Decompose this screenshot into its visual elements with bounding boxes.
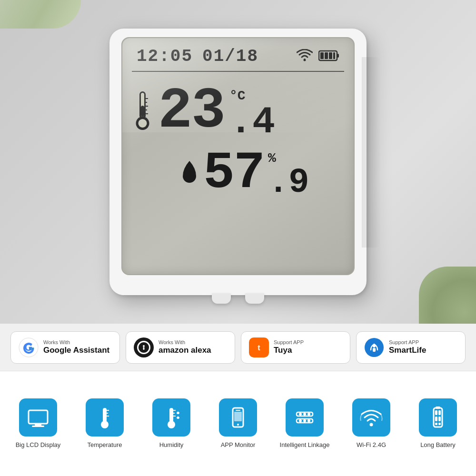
alexa-icon	[134, 337, 154, 357]
svg-rect-5	[329, 52, 332, 59]
svg-rect-45	[234, 412, 242, 421]
svg-point-53	[307, 419, 310, 422]
svg-point-54	[370, 423, 373, 426]
svg-rect-29	[32, 426, 44, 427]
svg-text:G: G	[24, 341, 32, 353]
alexa-ring-inner	[137, 341, 150, 354]
svg-rect-32	[103, 416, 106, 423]
feature-linkage: Intelligent Linkage	[271, 398, 338, 449]
temperature-area: 23 °C .4	[122, 72, 354, 141]
svg-rect-28	[35, 424, 41, 426]
wifi-icon-box	[352, 398, 390, 436]
alexa-works-with-label: Works With	[159, 339, 211, 346]
svg-rect-3	[320, 52, 324, 59]
temperature-value: 23	[158, 83, 225, 140]
feature-humidity: Humidity	[138, 398, 205, 449]
svg-rect-61	[438, 416, 441, 421]
feature-wifi: Wi-Fi 2.4G	[338, 398, 405, 449]
svg-point-20	[143, 345, 145, 347]
feature-linkage-label: Intelligent Linkage	[280, 441, 330, 449]
status-icons	[297, 49, 339, 64]
features-section: Big LCD Display Temperature	[0, 371, 476, 476]
svg-rect-4	[325, 52, 328, 59]
battery-icon-box	[419, 398, 457, 436]
droplet-icon	[179, 159, 199, 188]
temperature-decimal: .4	[229, 103, 275, 141]
svg-rect-57	[435, 410, 437, 415]
feature-temperature-label: Temperature	[88, 441, 122, 449]
svg-rect-21	[143, 347, 145, 350]
status-left: 12:05 01/18	[137, 47, 258, 66]
feature-temperature: Temperature	[71, 398, 138, 449]
svg-text:t: t	[258, 344, 260, 352]
temperature-unit: °C .4	[229, 81, 275, 141]
google-assistant-label: Google Assistant	[43, 346, 109, 355]
tuya-label: Tuya	[274, 346, 304, 355]
badge-tuya: t Support APP Tuya	[241, 331, 350, 364]
alexa-badge-text: Works With amazon alexa	[159, 339, 211, 356]
tuya-icon: t	[249, 337, 269, 357]
svg-point-26	[373, 345, 376, 347]
svg-rect-9	[141, 106, 144, 117]
svg-rect-38	[170, 416, 173, 423]
divider-line	[132, 71, 344, 72]
temperature-icon-box	[86, 398, 124, 436]
thermometer-icon	[132, 89, 153, 134]
svg-point-48	[299, 413, 302, 416]
lcd-icon-box	[19, 398, 57, 436]
google-badge-text: Works With Google Assistant	[43, 339, 109, 356]
svg-rect-58	[435, 416, 437, 421]
plant-decoration-bottom	[419, 267, 476, 324]
svg-rect-27	[29, 410, 48, 424]
battery-icon	[318, 50, 339, 64]
svg-rect-6	[333, 52, 335, 59]
svg-rect-25	[373, 348, 376, 352]
feature-lcd: Big LCD Display	[5, 398, 71, 449]
feature-humidity-label: Humidity	[159, 441, 184, 449]
svg-rect-62	[438, 423, 441, 425]
date-display: 01/18	[202, 47, 258, 66]
svg-point-44	[237, 424, 239, 426]
svg-rect-2	[337, 54, 339, 58]
feature-wifi-label: Wi-Fi 2.4G	[357, 441, 386, 449]
svg-rect-55	[434, 408, 442, 427]
svg-point-0	[304, 59, 306, 61]
svg-point-51	[299, 419, 302, 422]
feature-battery: Long Battery	[405, 398, 471, 449]
device-tabs	[212, 293, 264, 304]
app-icon-box	[219, 398, 257, 436]
svg-rect-56	[436, 407, 440, 409]
feature-app-label: APP Monitor	[221, 441, 256, 449]
svg-point-49	[303, 413, 306, 416]
alexa-label: amazon alexa	[159, 346, 211, 355]
svg-point-11	[139, 119, 147, 128]
smartlife-icon	[364, 337, 384, 357]
linkage-icon-box	[286, 398, 324, 436]
smartlife-label: SmartLife	[389, 346, 426, 355]
badge-google-assistant: G Works With Google Assistant	[10, 331, 120, 364]
humidity-unit: % .9	[268, 146, 309, 200]
humidity-decimal: .9	[268, 166, 309, 200]
tuya-support-label: Support APP	[274, 339, 304, 346]
tuya-badge-text: Support APP Tuya	[274, 339, 304, 356]
device-tab-right	[245, 293, 264, 304]
smartlife-support-label: Support APP	[389, 339, 426, 346]
svg-point-50	[307, 413, 310, 416]
google-g-icon: G	[19, 337, 39, 357]
humidity-area: 57 % .9	[122, 141, 354, 200]
svg-point-52	[303, 419, 306, 422]
humidity-value: 57	[203, 147, 264, 199]
time-display: 12:05	[137, 47, 193, 66]
smartlife-badge-text: Support APP SmartLife	[389, 339, 426, 356]
product-section: 12:05 01/18	[0, 0, 476, 324]
status-bar: 12:05 01/18	[122, 38, 354, 71]
badge-amazon-alexa: Works With amazon alexa	[126, 331, 235, 364]
badge-smartlife: Support APP SmartLife	[356, 331, 466, 364]
humidity-icon-box	[152, 398, 190, 436]
plant-decoration-top	[0, 0, 81, 29]
svg-rect-43	[236, 410, 240, 411]
device-tab-left	[212, 293, 231, 304]
wifi-icon	[297, 49, 313, 64]
device-casing: 12:05 01/18	[109, 29, 367, 295]
feature-battery-label: Long Battery	[420, 441, 456, 449]
